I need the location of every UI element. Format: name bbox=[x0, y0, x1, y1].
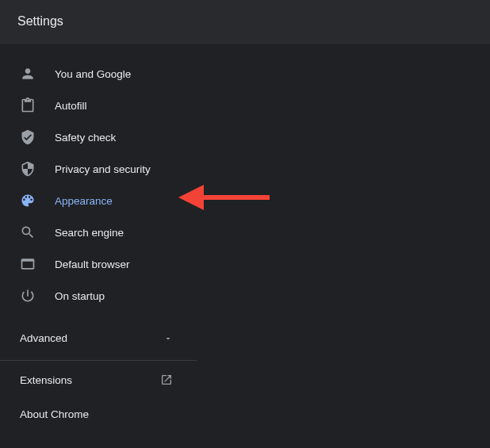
advanced-label: Advanced bbox=[20, 332, 67, 344]
about-label: About Chrome bbox=[20, 408, 89, 420]
sidebar-item-autofill[interactable]: Autofill bbox=[0, 90, 197, 121]
nav-list: You and Google Autofill Safety check Pri… bbox=[0, 58, 197, 312]
settings-sidebar: You and Google Autofill Safety check Pri… bbox=[0, 44, 197, 434]
sidebar-item-you-and-google[interactable]: You and Google bbox=[0, 58, 197, 90]
sidebar-item-about-chrome[interactable]: About Chrome bbox=[0, 399, 197, 434]
sidebar-item-safety-check[interactable]: Safety check bbox=[0, 121, 197, 153]
shield-check-icon bbox=[20, 129, 36, 145]
sidebar-item-appearance[interactable]: Appearance bbox=[0, 185, 197, 216]
sidebar-item-label: Privacy and security bbox=[55, 163, 151, 175]
sidebar-item-on-startup[interactable]: On startup bbox=[0, 280, 197, 312]
clipboard-icon bbox=[20, 98, 36, 113]
palette-icon bbox=[20, 193, 36, 209]
chevron-down-icon bbox=[163, 334, 173, 343]
settings-header: Settings bbox=[0, 0, 490, 44]
sidebar-item-search-engine[interactable]: Search engine bbox=[0, 216, 197, 248]
open-in-new-icon bbox=[160, 373, 173, 386]
power-icon bbox=[20, 288, 36, 304]
sidebar-item-label: You and Google bbox=[55, 68, 131, 80]
sidebar-item-label: On startup bbox=[55, 290, 105, 302]
search-icon bbox=[20, 224, 36, 240]
sidebar-item-label: Appearance bbox=[55, 195, 113, 207]
sidebar-item-privacy-security[interactable]: Privacy and security bbox=[0, 153, 197, 185]
sidebar-item-extensions[interactable]: Extensions bbox=[0, 361, 197, 399]
page-title: Settings bbox=[17, 14, 473, 29]
sidebar-item-default-browser[interactable]: Default browser bbox=[0, 248, 197, 280]
sidebar-item-label: Safety check bbox=[55, 132, 116, 144]
browser-icon bbox=[20, 256, 36, 272]
extensions-label: Extensions bbox=[20, 374, 72, 386]
sidebar-advanced-toggle[interactable]: Advanced bbox=[0, 321, 197, 355]
sidebar-item-label: Search engine bbox=[55, 227, 124, 239]
shield-icon bbox=[20, 161, 36, 177]
sidebar-item-label: Autofill bbox=[55, 100, 87, 112]
person-icon bbox=[20, 66, 36, 82]
sidebar-item-label: Default browser bbox=[55, 258, 130, 270]
